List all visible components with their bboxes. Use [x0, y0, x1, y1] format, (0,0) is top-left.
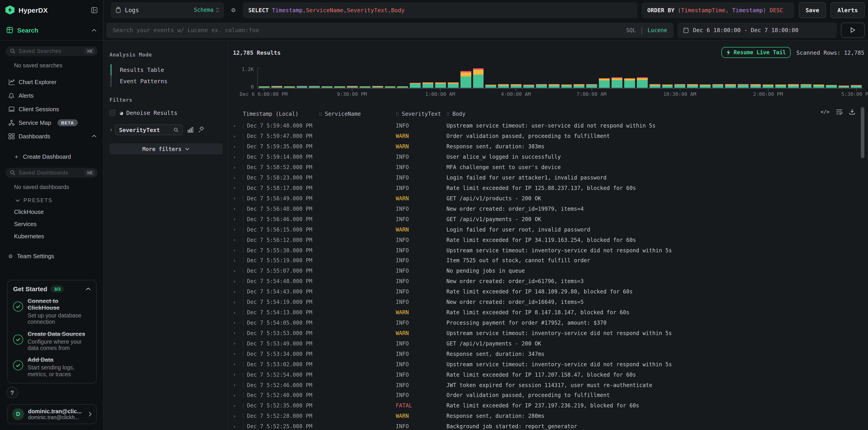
table-row[interactable]: ›Dec 7 5:53:49.000 PMINFOGET /api/v1/pay…: [233, 338, 864, 349]
table-row[interactable]: ›Dec 7 5:52:46.000 PMINFOJWT token expir…: [233, 380, 864, 390]
expand-row-chevron-icon[interactable]: ›: [233, 247, 243, 253]
histogram-bar[interactable]: [700, 68, 711, 88]
histogram-bar[interactable]: [826, 68, 837, 88]
histogram-bar[interactable]: [599, 68, 610, 88]
col-body[interactable]: ∷Body: [446, 111, 825, 117]
expand-row-chevron-icon[interactable]: ›: [233, 144, 243, 150]
histogram-bar[interactable]: [813, 68, 824, 88]
collapse-sidebar-icon[interactable]: [91, 6, 98, 13]
table-row[interactable]: ›Dec 7 5:55:38.000 PMINFOUpstream servic…: [233, 245, 864, 256]
sidebar-item-client-sessions[interactable]: Client Sessions: [0, 102, 103, 116]
histogram-bar[interactable]: [561, 68, 572, 88]
histogram-bar[interactable]: [360, 68, 370, 88]
expand-row-chevron-icon[interactable]: ›: [233, 123, 243, 129]
expand-row-chevron-icon[interactable]: ›: [233, 185, 243, 191]
table-row[interactable]: ›Dec 7 5:52:28.000 PMWARNResponse sent, …: [233, 411, 864, 421]
table-row[interactable]: ›Dec 7 5:52:25.000 PMINFOBackground job …: [233, 421, 864, 430]
expand-row-chevron-icon[interactable]: ›: [233, 424, 243, 429]
preset-clickhouse[interactable]: ClickHouse: [14, 208, 103, 215]
expand-row-chevron-icon[interactable]: ›: [233, 278, 243, 285]
view-source-icon[interactable]: </>: [820, 109, 830, 114]
histogram-bar[interactable]: [334, 68, 345, 88]
histogram-bar[interactable]: [259, 68, 270, 88]
expand-row-chevron-icon[interactable]: ›: [233, 413, 243, 419]
histogram-bar[interactable]: [347, 68, 358, 88]
expand-row-chevron-icon[interactable]: ›: [233, 258, 243, 264]
histogram-bar[interactable]: [410, 68, 421, 88]
expand-row-chevron-icon[interactable]: ›: [233, 237, 243, 243]
download-icon[interactable]: [849, 108, 855, 115]
histogram-bar[interactable]: [536, 68, 547, 88]
chevron-up-icon[interactable]: [91, 28, 97, 32]
table-row[interactable]: ›Dec 7 5:56:49.000 PMWARNGET /api/v1/pro…: [233, 193, 864, 204]
preset-services[interactable]: Services: [14, 221, 103, 227]
histogram-bar[interactable]: [284, 68, 295, 88]
events-histogram[interactable]: 1.2K 0 Dec 6 6:00:00 PM9:30:00 PM1:00:00…: [232, 68, 864, 97]
source-selector[interactable]: Logs Schema: [111, 2, 224, 18]
table-row[interactable]: ›Dec 7 5:55:07.000 PMINFONo pending jobs…: [233, 266, 864, 276]
histogram-bar[interactable]: [372, 68, 383, 88]
sidebar-item-dashboards[interactable]: Dashboards: [0, 129, 103, 143]
table-row[interactable]: ›Dec 7 5:54:48.000 PMINFONew order creat…: [233, 276, 864, 287]
table-row[interactable]: ›Dec 7 5:56:48.000 PMINFONew order creat…: [233, 204, 864, 214]
histogram-bar[interactable]: [851, 68, 862, 88]
histogram-bar[interactable]: [271, 68, 282, 88]
histogram-bar[interactable]: [662, 68, 673, 88]
expand-row-chevron-icon[interactable]: ›: [233, 227, 243, 232]
saved-dashboards-input[interactable]: Saved Dashboards ⌘K: [5, 168, 98, 178]
expand-row-chevron-icon[interactable]: ›: [233, 403, 243, 409]
histogram-bar[interactable]: [775, 68, 786, 88]
select-query-input[interactable]: SELECTTimestamp,ServiceName,SeverityText…: [243, 2, 637, 18]
expand-row-chevron-icon[interactable]: ›: [233, 206, 243, 212]
expand-row-chevron-icon[interactable]: ›: [233, 341, 243, 346]
run-query-button[interactable]: [841, 22, 865, 38]
source-settings-gear-icon[interactable]: ⚙︎: [228, 6, 238, 14]
sidebar-item-team-settings[interactable]: ⚙︎ Team Settings: [9, 252, 103, 260]
table-row[interactable]: ›Dec 7 5:58:52.000 PMINFOMFA challenge s…: [233, 162, 864, 172]
sidebar-item-service-map[interactable]: Service Map BETA: [0, 116, 103, 129]
expand-row-chevron-icon[interactable]: ›: [233, 372, 243, 377]
histogram-bar[interactable]: [725, 68, 736, 88]
expand-row-chevron-icon[interactable]: ›: [233, 309, 243, 316]
histogram-bar[interactable]: [523, 68, 534, 88]
expand-row-chevron-icon[interactable]: ›: [233, 361, 243, 367]
saved-searches-input[interactable]: Saved Searches ⌘K: [5, 46, 98, 56]
table-row[interactable]: ›Dec 7 5:54:43.000 PMINFORate limit exce…: [233, 287, 864, 297]
table-row[interactable]: ›Dec 7 5:56:12.000 PMINFORate limit exce…: [233, 235, 864, 245]
col-servicename[interactable]: ∷ServiceName: [319, 111, 396, 117]
date-range-picker[interactable]: Dec 6 18:00:00 - Dec 7 18:00:00: [678, 22, 837, 38]
user-menu[interactable]: D dominic.tran@clic... dominic.tran@clic…: [7, 404, 97, 424]
wrap-lines-icon[interactable]: [836, 109, 843, 114]
histogram-bar[interactable]: [385, 68, 396, 88]
histogram-bar[interactable]: [712, 68, 723, 88]
col-timestamp[interactable]: Timestamp (Local): [243, 111, 319, 117]
histogram-bar[interactable]: [675, 68, 685, 88]
histogram-bar[interactable]: [549, 68, 560, 88]
histogram-bar[interactable]: [574, 68, 585, 88]
expand-row-chevron-icon[interactable]: ›: [233, 196, 243, 201]
histogram-bar[interactable]: [423, 68, 433, 88]
expand-field-chevron-icon[interactable]: ›: [110, 127, 113, 133]
histogram-bar[interactable]: [473, 68, 484, 88]
histogram-bar[interactable]: [586, 68, 597, 88]
create-dashboard-button[interactable]: + Create Dashboard: [14, 153, 103, 161]
expand-row-chevron-icon[interactable]: ›: [233, 393, 243, 398]
chevron-up-icon[interactable]: [91, 134, 97, 138]
schema-toggle[interactable]: Schema: [194, 7, 214, 13]
table-row[interactable]: ›Dec 7 5:53:53.000 PMWARNUpstream servic…: [233, 328, 864, 338]
histogram-bar[interactable]: [788, 68, 799, 88]
expand-row-chevron-icon[interactable]: ›: [233, 330, 243, 336]
alerts-button[interactable]: Alerts: [831, 2, 865, 18]
table-row[interactable]: ›Dec 7 5:52:54.000 PMINFORate limit exce…: [233, 369, 864, 380]
histogram-bar[interactable]: [687, 68, 698, 88]
histogram-bar[interactable]: [612, 68, 622, 88]
help-button[interactable]: ?: [6, 387, 18, 398]
table-row[interactable]: ›Dec 7 5:54:05.000 PMINFOProcessing paym…: [233, 318, 864, 328]
expand-row-chevron-icon[interactable]: ›: [233, 154, 243, 160]
presets-header[interactable]: PRESETS: [16, 198, 103, 203]
table-row[interactable]: ›Dec 7 5:54:13.000 PMWARNRate limit exce…: [233, 307, 864, 318]
histogram-bar[interactable]: [637, 68, 648, 88]
expand-row-chevron-icon[interactable]: ›: [233, 382, 243, 388]
resume-live-tail-button[interactable]: Resume Live Tail: [721, 47, 791, 58]
histogram-bar[interactable]: [763, 68, 774, 88]
